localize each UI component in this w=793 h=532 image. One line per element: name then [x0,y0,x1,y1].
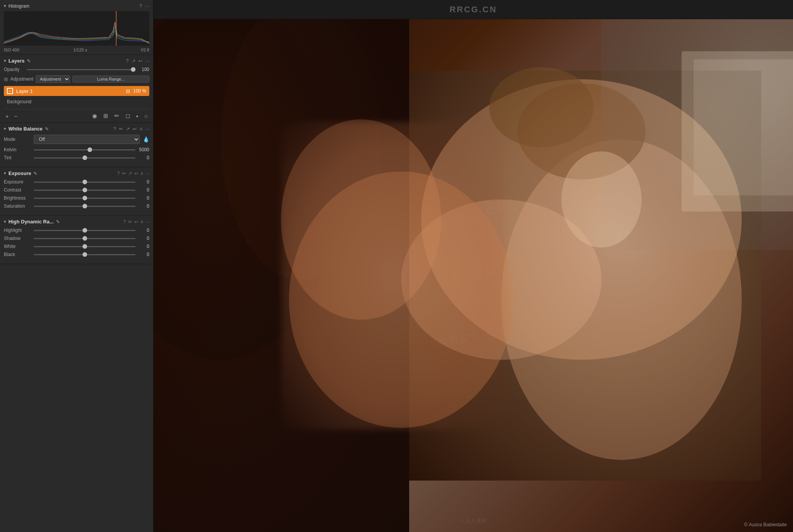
exposure-section: Exposure ✎ ? ✏ ↗ ↩ ≡ ··· Exposure 0 [0,167,153,216]
exposure-pencil-icon[interactable]: ✎ [33,171,37,176]
opacity-slider[interactable] [27,69,134,70]
wb-pencil-icon[interactable]: ✎ [45,126,49,132]
exposure-reset-icon[interactable]: ↩ [134,171,138,176]
exposure-slider-label-0: Exposure [4,179,34,185]
layers-pencil-icon[interactable]: ✎ [27,58,31,64]
exposure-slider-2[interactable] [34,195,135,201]
left-panel: Histogram ? ··· [0,0,154,532]
exposure-slider-val-3: 0 [135,203,149,209]
eyedropper-button[interactable]: 💧 [143,136,149,142]
hdr-slider-val-2: 0 [135,244,149,249]
mode-select[interactable]: Off Auto Daylight Cloudy [34,135,140,144]
hdr-menu-icon[interactable]: ≡ [140,219,143,225]
kelvin-value: 5000 [135,147,149,152]
exposure-slider-label-2: Brightness [4,195,34,201]
hdr-slider-2[interactable] [34,244,135,249]
layers-chevron[interactable] [4,58,6,63]
adjustment-icon: ⊞ [4,76,8,82]
histogram-title: Histogram [8,3,30,9]
hdr-slider-row-1: Shadow 0 [4,236,149,241]
tint-slider[interactable] [34,155,135,160]
layers-link-icon[interactable]: ↗ [132,58,135,64]
wb-link-icon[interactable]: ↗ [126,126,130,132]
photo-background: RRCG.CN 人人素材 RRCG.CN © Ausra Babiedaite … [154,19,793,532]
exposure-slider-3[interactable] [34,203,135,209]
hdr-reset-icon[interactable]: ↩ [134,219,138,225]
exposure-link-icon[interactable]: ↗ [128,171,132,176]
hdr-slider-label-2: White [4,244,34,249]
hdr-chevron[interactable] [4,219,6,224]
topbar-watermark: RRCG.CN [449,5,497,15]
hdr-section: High Dynamic Ra... ✎ ? ✏ ↩ ≡ ··· Highlig… [0,216,153,264]
exposure-slider-0[interactable] [34,179,135,185]
layer-circle-button[interactable]: ○ [143,112,149,120]
histogram-chevron[interactable] [4,3,6,8]
layer-square-button[interactable]: ▪ [135,112,140,120]
wb-title: White Balance [8,126,43,132]
hdr-slider-row-3: Black 0 [4,252,149,257]
layer1-percent: 100 % [133,88,146,94]
exposure-title: Exposure [8,170,31,176]
exposure-slider-row-2: Brightness 0 [4,195,149,201]
hdr-pencil-icon[interactable]: ✎ [56,219,60,225]
hdr-sliders: Highlight 0 Shadow 0 White [4,228,149,257]
histogram-shutter: 1/125 s [73,48,87,52]
layer-toolbar: + − ◉ ⊞ ✏ ◻ ▪ ○ [4,109,149,120]
svg-rect-7 [694,59,793,195]
layers-dots-icon[interactable]: ··· [145,58,149,64]
adjustment-row: ⊞ Adjustment Adjustment Luma Range... [4,75,149,83]
wb-pencil2-icon[interactable]: ✏ [119,126,123,132]
layers-question-icon[interactable]: ? [126,58,129,64]
exposure-menu-icon[interactable]: ≡ [140,171,143,176]
remove-layer-button[interactable]: − [13,112,19,120]
exposure-pencil2-icon[interactable]: ✏ [122,171,126,176]
hdr-pencil2-icon[interactable]: ✏ [128,219,132,225]
add-layer-button[interactable]: + [4,112,10,120]
kelvin-slider[interactable] [34,147,135,152]
layer-eye-button[interactable]: ◉ [91,112,99,120]
layer1-settings-icon[interactable]: ⊟ [126,88,130,94]
layer1-name: Layer 1 [16,88,126,94]
bottom-watermark: ⊙ 人人素材 [460,517,487,524]
hdr-dots-icon[interactable]: ··· [145,219,149,225]
hdr-slider-row-0: Highlight 0 [4,228,149,233]
exposure-dots-icon[interactable]: ··· [145,171,149,176]
exposure-question-icon[interactable]: ? [117,171,120,176]
luma-range-button[interactable]: Luma Range... [73,76,149,83]
layer1-checkbox[interactable]: ✓ [7,88,13,94]
exposure-sliders: Exposure 0 Contrast 0 Brightness [4,179,149,209]
exposure-chevron[interactable] [4,171,6,176]
wb-dots-icon[interactable]: ··· [145,126,149,132]
hdr-slider-0[interactable] [34,228,135,233]
exposure-slider-row-0: Exposure 0 [4,179,149,185]
layer-eraser-button[interactable]: ◻ [124,112,132,120]
kelvin-label: Kelvin [4,147,34,152]
image-viewport[interactable]: RRCG.CN 人人素材 RRCG.CN © Ausra Babiedaite … [154,19,793,532]
exposure-slider-1[interactable] [34,187,135,193]
opacity-label: Opacity [4,67,27,72]
hdr-slider-1[interactable] [34,236,135,241]
hdr-slider-3[interactable] [34,252,135,257]
histogram-aperture: f/2.8 [141,48,149,52]
wb-question-icon[interactable]: ? [113,126,116,132]
adjustment-select[interactable]: Adjustment [36,75,70,83]
layer1-row[interactable]: ✓ Layer 1 ⊟ 100 % [4,86,149,96]
tint-row: Tint 0 [4,155,149,160]
layer-sliders-button[interactable]: ⊞ [102,112,110,120]
exposure-slider-label-3: Saturation [4,203,34,209]
wb-chevron[interactable] [4,126,6,131]
wb-menu-icon[interactable]: ≡ [140,126,142,132]
histogram-dots[interactable]: ··· [145,3,149,9]
kelvin-row: Kelvin 5000 [4,147,149,152]
mode-row: Mode Off Auto Daylight Cloudy 💧 [4,135,149,144]
background-label: Background [4,97,149,106]
histogram-question[interactable]: ? [139,3,142,9]
layers-reset-icon[interactable]: ↩ [139,58,142,64]
hdr-slider-label-1: Shadow [4,236,34,241]
wb-reset-icon[interactable]: ↩ [133,126,137,132]
layer-brush-button[interactable]: ✏ [113,112,121,120]
layers-section: Layers ✎ ? ↗ ↩ ··· Opacity 100 ⊞ Adjustm… [0,55,153,123]
hdr-question-icon[interactable]: ? [123,219,126,225]
exposure-slider-label-1: Contrast [4,187,34,193]
right-panel: RRCG.CN [154,0,793,532]
